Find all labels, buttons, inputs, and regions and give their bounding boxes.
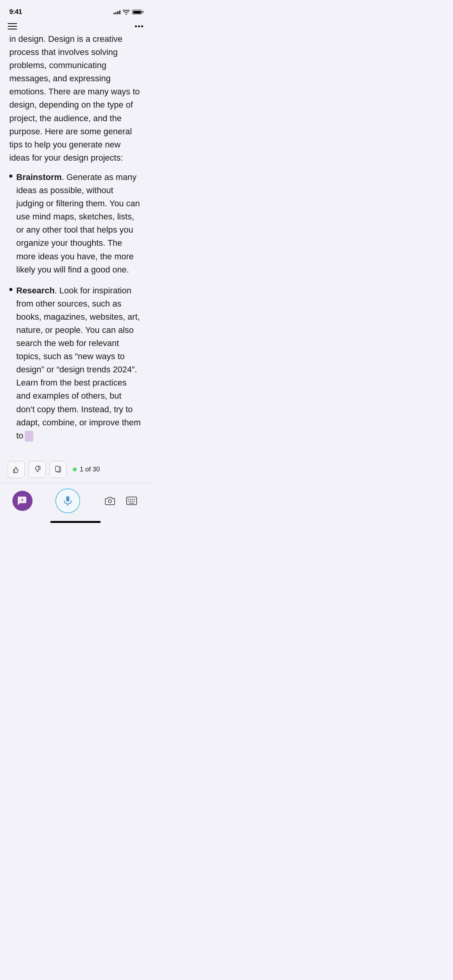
content-area: in design. Design is a creative process …: [0, 33, 151, 456]
status-indicator: 1 of 30: [73, 466, 100, 473]
home-indicator: [0, 518, 151, 527]
keyboard-button[interactable]: [125, 494, 139, 508]
thumbs-up-button[interactable]: [8, 461, 25, 478]
svg-text:+: +: [21, 497, 24, 503]
hamburger-menu-button[interactable]: [8, 23, 17, 29]
bullet-text-research: Research. Look for inspiration from othe…: [16, 284, 142, 442]
signal-icon: [113, 10, 120, 14]
status-time: 9:41: [9, 8, 22, 16]
chat-plus-button[interactable]: +: [12, 491, 33, 511]
copy-button[interactable]: [50, 461, 67, 478]
intro-paragraph: in design. Design is a creative process …: [9, 33, 142, 164]
camera-button[interactable]: [103, 494, 117, 508]
top-nav: [0, 19, 151, 33]
bottom-bar: +: [0, 483, 151, 518]
svg-point-1: [138, 26, 140, 27]
status-dot: [73, 468, 77, 471]
svg-rect-6: [66, 496, 69, 502]
bullet-dot-2: [9, 288, 12, 291]
more-options-button[interactable]: [135, 25, 143, 27]
bullet-dot: [9, 175, 12, 178]
bullet-item-brainstorm: Brainstorm. Generate as many ideas as po…: [9, 171, 142, 276]
bullet-item-research: Research. Look for inspiration from othe…: [9, 284, 142, 442]
svg-rect-4: [55, 466, 59, 471]
svg-point-0: [135, 26, 137, 27]
wifi-icon: [123, 10, 130, 15]
mic-icon: [62, 495, 73, 506]
action-bar: 1 of 30: [0, 456, 151, 483]
thumbs-down-button[interactable]: [29, 461, 46, 478]
home-bar: [50, 521, 101, 523]
chat-icon: +: [17, 496, 28, 506]
keyboard-icon: [126, 497, 137, 505]
bullet-list: Brainstorm. Generate as many ideas as po…: [9, 171, 142, 442]
bullet-text-brainstorm: Brainstorm. Generate as many ideas as po…: [16, 171, 142, 276]
status-icons: [113, 10, 142, 15]
status-bar: 9:41: [0, 0, 151, 19]
battery-icon: [132, 10, 142, 14]
inline-image-placeholder: [25, 431, 33, 442]
microphone-button[interactable]: [55, 488, 80, 513]
svg-point-2: [141, 26, 143, 27]
svg-point-8: [108, 500, 112, 503]
status-text: 1 of 30: [80, 466, 100, 473]
camera-icon: [105, 496, 115, 505]
